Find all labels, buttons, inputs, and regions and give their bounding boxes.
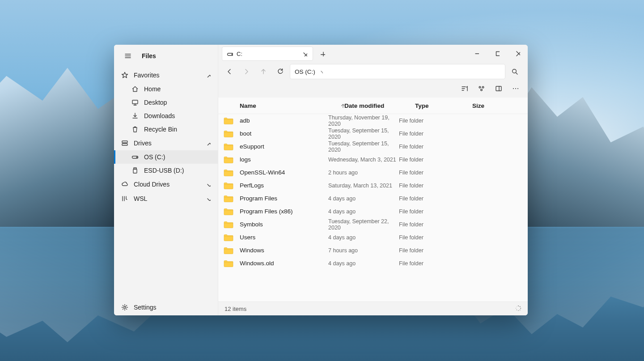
folder-icon [224, 246, 233, 255]
file-row[interactable]: adbThursday, November 19, 2020File folde… [218, 114, 528, 127]
file-row[interactable]: Windows7 hours agoFile folder [218, 244, 528, 257]
folder-icon [224, 156, 233, 164]
new-tab-button[interactable] [316, 47, 329, 60]
file-name: boot [240, 130, 251, 137]
up-button[interactable] [256, 64, 271, 79]
toolbar [218, 81, 528, 98]
close-window-button[interactable] [507, 45, 528, 63]
tab-label: C: [237, 51, 242, 57]
download-icon [131, 112, 139, 119]
sidebar-item-desktop[interactable]: Desktop [114, 96, 218, 109]
layout-button[interactable] [491, 81, 506, 96]
column-name[interactable]: Name [240, 102, 344, 109]
sidebar-section-favorites[interactable]: Favorites [114, 68, 218, 82]
tab-close-button[interactable] [300, 49, 309, 58]
chevron-right-icon [319, 70, 323, 74]
file-date: Tuesday, September 15, 2020 [328, 127, 399, 140]
file-name: Windows.old [240, 260, 274, 267]
tab-active[interactable]: C: [222, 47, 313, 61]
file-name: logs [240, 156, 251, 163]
folder-icon [224, 130, 233, 138]
home-icon [131, 85, 139, 93]
sort-button[interactable] [457, 81, 472, 96]
close-icon [302, 51, 307, 56]
desktop-icon [131, 99, 139, 106]
file-type: File folder [399, 157, 456, 163]
file-type: File folder [399, 195, 456, 202]
file-type: File folder [399, 247, 456, 254]
file-date: 7 hours ago [328, 247, 399, 254]
plus-icon [320, 51, 325, 56]
app-title: Files [142, 52, 156, 59]
refresh-button[interactable] [273, 64, 288, 79]
folder-icon [224, 221, 233, 229]
search-icon [511, 68, 518, 75]
file-name: Users [240, 234, 255, 241]
file-date: Tuesday, September 22, 2020 [328, 218, 399, 231]
file-list: Name Date modified Type Size adbThursday… [218, 98, 528, 302]
sidebar-item-esd-usb-d-[interactable]: ESD-USB (D:) [114, 164, 218, 177]
sidebar-settings[interactable]: Settings [114, 299, 218, 315]
file-date: Tuesday, September 15, 2020 [328, 140, 399, 153]
svg-point-39 [518, 310, 518, 310]
file-type: File folder [399, 208, 456, 215]
favorites-label: Favorites [134, 72, 160, 79]
window-controls [466, 45, 528, 63]
sidebar-section-cloud[interactable]: Cloud Drives [114, 177, 218, 191]
file-row[interactable]: Program Files4 days agoFile folder [218, 192, 528, 205]
file-row[interactable]: PerfLogsSaturday, March 13, 2021File fol… [218, 179, 528, 192]
group-button[interactable] [474, 81, 489, 96]
file-type: File folder [399, 234, 456, 241]
sidebar-section-wsl[interactable]: WSL [114, 191, 218, 206]
recycle-icon [131, 126, 139, 133]
file-row[interactable]: bootTuesday, September 15, 2020File fold… [218, 127, 528, 140]
svg-point-35 [518, 305, 519, 306]
file-row[interactable]: OpenSSL-Win642 hours agoFile folder [218, 166, 528, 179]
file-row[interactable]: logsWednesday, March 3, 2021File folder [218, 153, 528, 166]
chevron-up-icon [206, 141, 211, 145]
chevron-up-icon [206, 73, 211, 77]
sidebar-item-label: Downloads [144, 112, 175, 119]
file-row[interactable]: eSupportTuesday, September 15, 2020File … [218, 140, 528, 153]
sidebar-item-downloads[interactable]: Downloads [114, 109, 218, 123]
minimize-button[interactable] [466, 45, 487, 63]
sidebar: Files Favorites HomeDesktopDownloadsRecy… [114, 45, 218, 315]
path-segment[interactable]: OS (C:) [295, 68, 315, 75]
svg-point-41 [516, 308, 516, 308]
forward-button[interactable] [239, 64, 254, 79]
column-size[interactable]: Size [472, 102, 520, 109]
column-headers: Name Date modified Type Size [218, 98, 528, 114]
folder-icon [224, 169, 233, 177]
svg-point-36 [520, 306, 521, 307]
hamburger-icon [124, 52, 131, 59]
file-row[interactable]: Windows.old4 days agoFile folder [218, 257, 528, 270]
column-type[interactable]: Type [415, 102, 472, 109]
more-button[interactable] [508, 81, 523, 96]
sidebar-item-home[interactable]: Home [114, 82, 218, 96]
file-row[interactable]: SymbolsTuesday, September 22, 2020File f… [218, 218, 528, 231]
column-date[interactable]: Date modified [344, 102, 415, 109]
back-button[interactable] [222, 64, 237, 79]
sort-asc-icon [339, 103, 344, 108]
item-count: 12 items [225, 306, 246, 312]
drives-label: Drives [134, 140, 152, 147]
sidebar-item-recycle-bin[interactable]: Recycle Bin [114, 123, 218, 136]
maximize-button[interactable] [487, 45, 507, 63]
chevron-down-icon [206, 196, 211, 201]
file-date: Thursday, November 19, 2020 [328, 115, 399, 127]
file-row[interactable]: Users4 days agoFile folder [218, 231, 528, 244]
search-button[interactable] [507, 64, 522, 79]
menu-button[interactable] [120, 48, 136, 64]
file-name: adb [240, 117, 250, 124]
chevron-down-icon [206, 182, 211, 187]
layout-pane-icon [495, 85, 502, 92]
file-row[interactable]: Program Files (x86)4 days agoFile folder [218, 205, 528, 218]
path-bar[interactable]: OS (C:) [290, 64, 505, 79]
sidebar-item-os-c-[interactable]: OS (C:) [114, 150, 218, 164]
sidebar-section-drives[interactable]: Drives [114, 136, 218, 150]
star-icon [121, 72, 128, 79]
title-bar[interactable]: C: [218, 45, 528, 63]
file-date: 4 days ago [328, 260, 399, 267]
svg-point-42 [517, 306, 517, 306]
svg-point-40 [517, 310, 517, 310]
